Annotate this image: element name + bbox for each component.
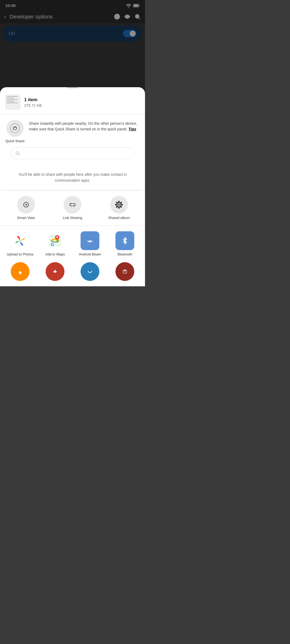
file-size: 275.71 KB [24, 103, 42, 108]
app-partial-1-icon [11, 262, 30, 281]
add-maps-label: Add to Maps [45, 252, 65, 257]
svg-line-9 [139, 18, 140, 20]
status-bar: 10:00 [0, 0, 145, 10]
svg-point-25 [115, 204, 118, 206]
app-partial-3-icon [81, 262, 99, 281]
app-android-beam[interactable]: Android Beam [75, 231, 105, 257]
thumb-line [7, 103, 18, 103]
svg-point-21 [74, 205, 75, 206]
thumb-line [7, 99, 18, 100]
smart-view-label: Smart View [17, 216, 35, 220]
bluetooth-label: Bluetooth [118, 252, 132, 257]
upload-photos-icon-wrap [11, 231, 30, 250]
bluetooth-icon-wrap [115, 231, 134, 250]
shared-album-icon-wrap [110, 196, 128, 214]
search-icon[interactable] [134, 13, 141, 20]
thumb-line [7, 101, 14, 102]
file-count: 1 item [24, 97, 42, 103]
link-sharing-icon-wrap [64, 196, 81, 214]
app-partial-4-svg [115, 267, 134, 276]
shared-album-icon [114, 200, 124, 210]
svg-point-10 [10, 124, 20, 133]
svg-point-36 [89, 240, 90, 241]
android-beam-icon-wrap [81, 231, 99, 250]
top-actions [114, 13, 141, 20]
top-bar: ‹ Developer options [0, 10, 145, 23]
app-partial-3[interactable] [75, 262, 105, 281]
share-option-smart-view[interactable]: Smart View [13, 196, 39, 220]
eye-icon[interactable] [124, 13, 130, 20]
svg-point-26 [120, 204, 123, 206]
smart-view-icon-wrap [17, 196, 35, 214]
svg-point-38 [19, 272, 21, 274]
app-bluetooth[interactable]: Bluetooth [110, 231, 140, 257]
svg-point-20 [70, 203, 71, 204]
upload-photos-label: Upload to Photos [7, 252, 34, 257]
svg-point-0 [128, 7, 129, 8]
bottom-sheet: 1 item 275.71 KB Quick Share [0, 87, 145, 286]
svg-point-22 [118, 204, 120, 206]
android-beam-label: Android Beam [79, 252, 101, 257]
svg-point-42 [86, 268, 94, 276]
svg-point-14 [16, 152, 19, 155]
svg-point-28 [119, 205, 122, 208]
no-contacts-message: You'll be able to share with people here… [5, 163, 140, 190]
app-partial-2-svg [46, 267, 64, 276]
shared-album-label: Shared album [108, 216, 130, 220]
apps-section: Upload to Photos [0, 226, 145, 281]
svg-point-43 [121, 268, 129, 276]
svg-point-34 [56, 236, 58, 238]
app-upload-photos[interactable]: Upload to Photos [5, 231, 35, 257]
contacts-search-bar[interactable] [11, 147, 134, 159]
thumb-line [7, 96, 18, 97]
app-partial-1-svg [11, 267, 30, 276]
link-sharing-icon [68, 200, 77, 209]
svg-point-24 [118, 206, 120, 209]
bluetooth-icon [120, 236, 130, 246]
svg-rect-19 [71, 204, 74, 206]
share-options-section: Smart View Link Sharing [0, 191, 145, 226]
android-beam-icon [85, 235, 95, 246]
svg-text:G: G [51, 242, 54, 247]
quick-share-description: Share instantly with people nearby. On t… [29, 120, 140, 132]
app-partial-4[interactable] [110, 262, 140, 281]
file-info-text: 1 item 275.71 KB [24, 97, 42, 108]
file-info-row: 1 item 275.71 KB [0, 93, 145, 114]
share-option-link-sharing[interactable]: Link Sharing [59, 196, 86, 220]
toggle-switch[interactable] [123, 30, 136, 37]
app-add-maps[interactable]: G Add to Maps [40, 231, 70, 257]
smart-view-icon [21, 200, 31, 209]
svg-point-30 [116, 205, 119, 208]
svg-marker-12 [13, 128, 14, 129]
file-thumbnail [5, 95, 20, 110]
quick-share-tips-link[interactable]: Tips [129, 127, 136, 131]
toggle-label: On [9, 31, 15, 36]
svg-point-8 [135, 14, 139, 18]
battery-icon [133, 4, 140, 8]
screen-recorder-icon[interactable] [114, 13, 120, 20]
status-time: 10:00 [5, 3, 16, 8]
toggle-bar[interactable]: On [3, 25, 142, 42]
quick-share-icon-wrap[interactable]: Quick Share [5, 120, 25, 143]
app-partial-2[interactable] [40, 262, 70, 281]
quick-share-header: Quick Share Share instantly with people … [5, 120, 140, 143]
app-partial-1[interactable] [5, 262, 35, 281]
svg-rect-41 [55, 270, 56, 273]
quick-share-icon [10, 123, 20, 133]
back-button[interactable]: ‹ [4, 13, 6, 20]
add-maps-icon: G [47, 233, 63, 249]
svg-rect-2 [139, 5, 140, 6]
app-partial-3-svg [81, 267, 99, 276]
add-maps-icon-wrap: G [46, 231, 64, 250]
page-title: Developer options [9, 14, 114, 20]
svg-point-23 [118, 201, 120, 203]
quick-share-label: Quick Share [5, 139, 25, 143]
upload-photos-icon [13, 234, 27, 247]
share-options-row: Smart View Link Sharing [0, 196, 145, 226]
share-option-shared-album[interactable]: Shared album [106, 196, 132, 220]
svg-line-15 [19, 154, 20, 155]
status-icons [126, 3, 140, 8]
sheet-handle [67, 87, 78, 88]
app-partial-2-icon [46, 262, 64, 281]
quick-share-circle [6, 120, 24, 137]
